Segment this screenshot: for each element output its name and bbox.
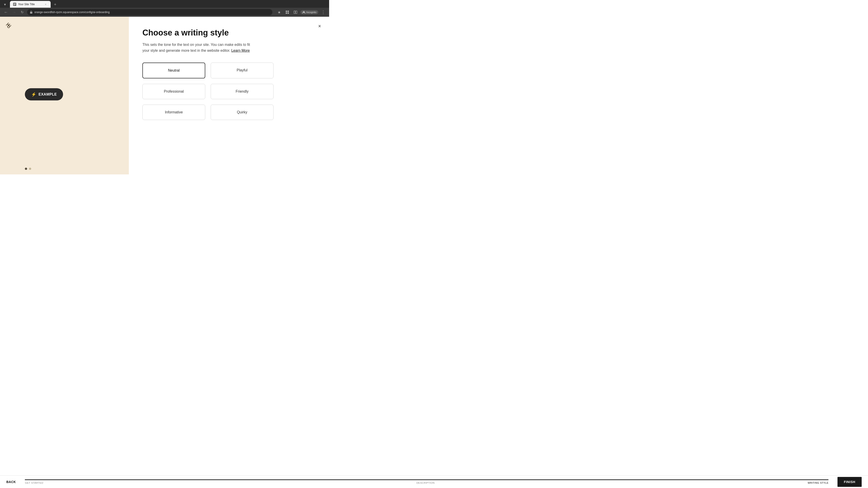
style-option-informative[interactable]: Informative [143,105,205,120]
style-option-quirky-label: Quirky [237,110,247,114]
squarespace-logo [4,21,13,29]
svg-rect-2 [286,11,287,12]
browser-actions: ★ Incognito ⋮ [276,9,327,15]
forward-nav-button[interactable]: → [11,9,17,15]
reload-button[interactable]: ↻ [19,9,25,15]
style-option-playful-label: Playful [237,68,248,72]
split-view-button[interactable] [292,9,299,15]
panel-description: This sets the tone for the text on your … [143,42,251,53]
url-text: orange-swordfish-rpzm.squarespace.com/co… [34,11,270,14]
svg-rect-3 [287,11,289,12]
tab-title: Your Site Title [18,3,42,6]
style-option-friendly-label: Friendly [236,90,249,93]
active-tab[interactable]: Your Site Title × [10,1,51,8]
address-bar-row: ← → ↻ orange-swordfish-rpzm.squarespace.… [0,8,329,17]
tab-bar: ▼ Your Site Title × + [0,0,329,8]
carousel-dots [25,168,31,170]
lock-icon [30,11,33,13]
menu-button[interactable]: ⋮ [320,9,327,15]
left-panel: ⚡ EXAMPLE [0,17,129,174]
svg-rect-6 [294,11,295,13]
tab-close-button[interactable]: × [44,2,48,6]
style-option-playful[interactable]: Playful [211,63,274,78]
back-nav-button[interactable]: ← [3,9,9,15]
close-button[interactable]: × [315,22,324,30]
svg-rect-1 [30,12,32,13]
address-bar[interactable]: orange-swordfish-rpzm.squarespace.com/co… [27,9,272,15]
example-button[interactable]: ⚡ EXAMPLE [25,88,63,101]
new-tab-button[interactable]: + [52,1,58,8]
style-option-neutral[interactable]: Neutral [143,63,205,78]
style-option-friendly[interactable]: Friendly [211,84,274,99]
bolt-icon: ⚡ [31,92,36,97]
carousel-dot-2[interactable] [29,168,31,170]
style-grid: Neutral Playful Professional Friendly In… [143,63,274,120]
carousel-dot-1[interactable] [25,168,27,170]
style-option-professional-label: Professional [164,90,184,93]
style-option-informative-label: Informative [165,110,183,114]
style-option-professional[interactable]: Professional [143,84,205,99]
incognito-badge: Incognito [301,10,318,14]
style-option-neutral-label: Neutral [168,68,180,72]
app-container: ⚡ EXAMPLE × Choose a writing style This … [0,17,329,174]
right-panel: × Choose a writing style This sets the t… [129,17,329,174]
tab-favicon [13,3,16,6]
incognito-label: Incognito [306,11,316,13]
example-button-label: EXAMPLE [39,92,57,96]
bookmark-button[interactable]: ★ [276,9,282,15]
svg-rect-5 [287,12,289,14]
svg-rect-4 [286,12,287,14]
learn-more-link[interactable]: Learn More [231,48,250,53]
style-option-quirky[interactable]: Quirky [211,105,274,120]
panel-title: Choose a writing style [143,28,315,37]
extensions-button[interactable] [284,9,290,15]
svg-rect-7 [296,11,297,13]
account-button[interactable]: ▼ [2,1,8,8]
